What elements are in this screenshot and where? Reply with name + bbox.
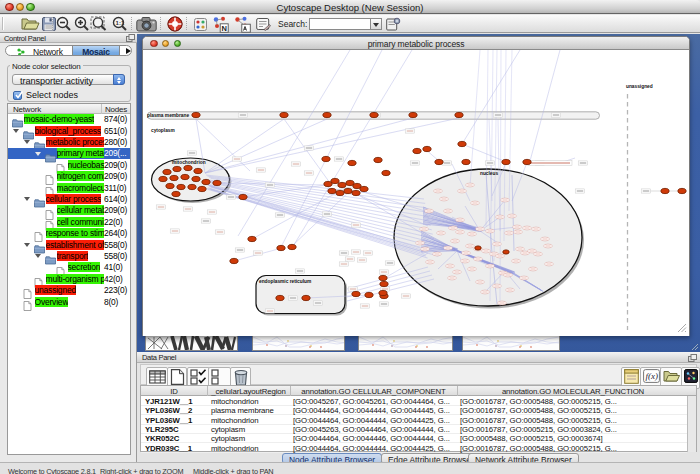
svg-text:nucleus: nucleus xyxy=(480,171,498,176)
svg-text:f(x): f(x) xyxy=(645,371,658,381)
svg-text:1:1: 1:1 xyxy=(116,20,125,26)
svg-text:cytoplasm: cytoplasm xyxy=(151,128,175,133)
svg-text:plasma membrane: plasma membrane xyxy=(147,113,189,118)
svg-text:mitochondrion: mitochondrion xyxy=(172,160,206,165)
svg-text:N: N xyxy=(222,23,227,32)
svg-text:endoplasmic reticulum: endoplasmic reticulum xyxy=(259,279,311,284)
svg-text:unassigned: unassigned xyxy=(626,84,653,89)
